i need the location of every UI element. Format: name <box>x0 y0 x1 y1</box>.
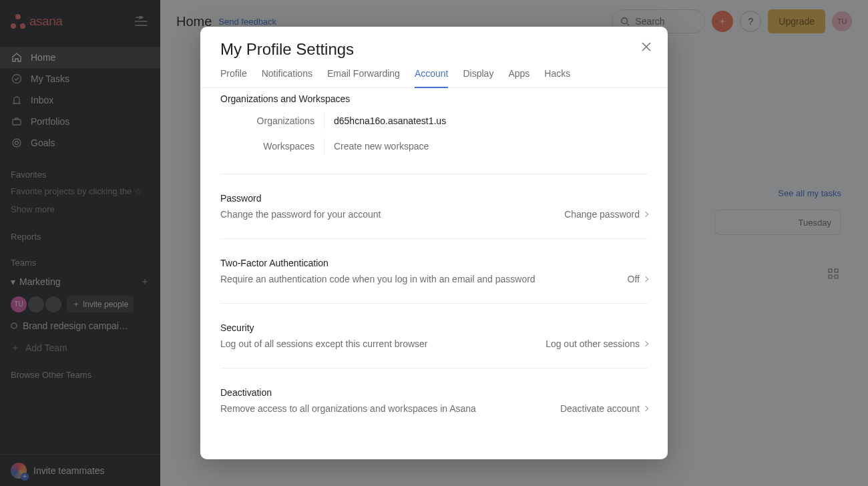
section-divider <box>220 238 648 239</box>
tfa-section-header: Two-Factor Authentication <box>220 258 648 268</box>
logout-other-sessions-button[interactable]: Log out other sessions <box>546 338 648 349</box>
deactivation-desc: Remove access to all organizations and w… <box>220 403 476 414</box>
tab-email-forwarding[interactable]: Email Forwarding <box>327 68 400 87</box>
deactivation-section-header: Deactivation <box>220 387 648 398</box>
organization-value[interactable]: d65hcna16o.asanatest1.us <box>324 115 446 126</box>
change-password-button[interactable]: Change password <box>564 209 648 220</box>
chevron-right-icon <box>643 276 648 282</box>
workspaces-label: Workspaces <box>220 138 324 155</box>
change-password-label: Change password <box>564 209 640 220</box>
modal-title: My Profile Settings <box>220 40 648 59</box>
chevron-right-icon <box>643 341 648 346</box>
modal-tabs: Profile Notifications Email Forwarding A… <box>200 59 668 88</box>
workspaces-row: Workspaces Create new workspace <box>220 138 648 155</box>
password-desc: Change the password for your account <box>220 209 381 220</box>
section-divider <box>220 303 648 304</box>
section-divider <box>220 174 648 174</box>
section-divider <box>220 368 648 369</box>
password-section-header: Password <box>220 193 648 204</box>
tab-hacks[interactable]: Hacks <box>544 68 570 87</box>
modal-header: My Profile Settings <box>200 27 668 59</box>
tab-display[interactable]: Display <box>463 68 493 87</box>
modal-body[interactable]: Organizations and Workspaces Organizatio… <box>200 88 668 459</box>
tfa-desc: Require an authentication code when you … <box>220 274 535 284</box>
security-desc: Log out of all sessions except this curr… <box>220 338 428 349</box>
password-row: Change the password for your account Cha… <box>220 209 648 220</box>
organizations-row: Organizations d65hcna16o.asanatest1.us <box>220 112 648 130</box>
tfa-row: Require an authentication code when you … <box>220 274 648 284</box>
tab-notifications[interactable]: Notifications <box>262 68 312 87</box>
tab-account[interactable]: Account <box>415 68 449 88</box>
tfa-status-label: Off <box>628 274 640 284</box>
tab-apps[interactable]: Apps <box>508 68 529 87</box>
orgs-section-header: Organizations and Workspaces <box>220 93 648 104</box>
deactivation-row: Remove access to all organizations and w… <box>220 403 648 414</box>
tfa-toggle-button[interactable]: Off <box>628 274 648 284</box>
security-section-header: Security <box>220 322 648 333</box>
deactivate-account-label: Deactivate account <box>560 403 640 414</box>
close-icon <box>642 42 651 51</box>
chevron-right-icon <box>643 406 648 411</box>
organizations-label: Organizations <box>220 112 324 130</box>
profile-settings-modal: My Profile Settings Profile Notification… <box>200 27 668 459</box>
security-row: Log out of all sessions except this curr… <box>220 338 648 349</box>
chevron-right-icon <box>643 212 648 217</box>
logout-other-sessions-label: Log out other sessions <box>546 338 640 349</box>
deactivate-account-button[interactable]: Deactivate account <box>560 403 648 414</box>
modal-close-button[interactable] <box>638 39 654 55</box>
tab-profile[interactable]: Profile <box>220 68 247 87</box>
create-workspace-link[interactable]: Create new workspace <box>324 141 429 152</box>
